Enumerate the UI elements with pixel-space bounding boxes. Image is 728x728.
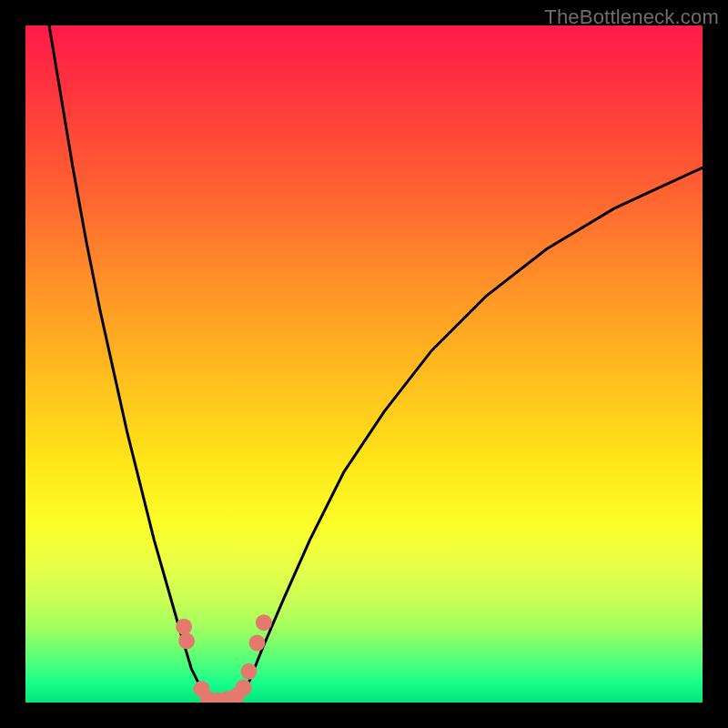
marker-dot bbox=[236, 680, 252, 696]
marker-dot bbox=[176, 619, 192, 635]
plot-area bbox=[25, 25, 703, 703]
marker-dot bbox=[241, 663, 258, 680]
marker-dot bbox=[248, 635, 265, 652]
chart-frame: TheBottleneck.com bbox=[0, 0, 728, 728]
watermark-text: TheBottleneck.com bbox=[544, 5, 719, 29]
marker-dot bbox=[256, 614, 272, 631]
bottleneck-curve bbox=[49, 25, 703, 703]
curve-left-branch bbox=[49, 25, 210, 703]
curve-right-branch bbox=[238, 167, 703, 703]
chart-svg bbox=[25, 25, 703, 703]
marker-dot bbox=[178, 632, 195, 649]
